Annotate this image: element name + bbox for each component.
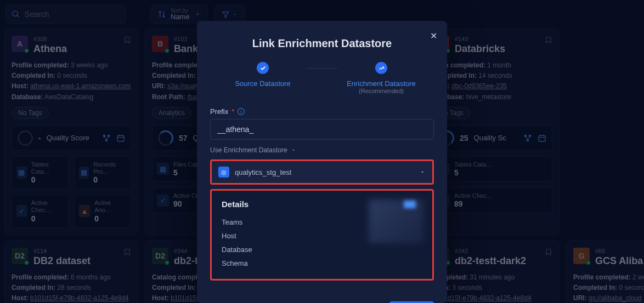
prefix-input[interactable]	[210, 119, 434, 140]
details-row: Schema	[222, 256, 422, 270]
details-panel-highlight: Details TeamsHostDatabaseSchema	[210, 189, 434, 281]
close-icon[interactable]: ✕	[430, 31, 437, 41]
details-row: Database	[222, 243, 422, 256]
modal-title: Link Enrichment Datastore	[197, 21, 447, 62]
modal-overlay: ✕ Link Enrichment Datastore Source Datas…	[0, 0, 644, 303]
step2-label: Enrichment Datastore	[347, 79, 416, 88]
enrichment-select-value: qualytics_stg_test	[235, 168, 291, 176]
step2-circle	[375, 62, 387, 74]
link-enrichment-modal: ✕ Link Enrichment Datastore Source Datas…	[197, 21, 447, 303]
step1-circle	[257, 62, 269, 74]
chevron-down-icon	[291, 147, 296, 153]
step1-label: Source Datastore	[235, 79, 290, 88]
info-icon[interactable]: i	[238, 108, 245, 115]
step2-sublabel: (Recommended)	[359, 88, 404, 94]
enrichment-select[interactable]: ◎ qualytics_stg_test	[212, 161, 432, 183]
stepper: Source Datastore Enrichment Datastore (R…	[197, 62, 447, 107]
use-enrichment-toggle[interactable]: Use Enrichment Datastore	[210, 146, 434, 154]
enrichment-select-highlight: ◎ qualytics_stg_test	[210, 159, 434, 185]
prefix-label: Prefix * i	[210, 107, 434, 116]
datastore-icon: ◎	[218, 167, 229, 178]
step-connector	[307, 68, 337, 68]
chevron-down-icon	[419, 169, 426, 175]
